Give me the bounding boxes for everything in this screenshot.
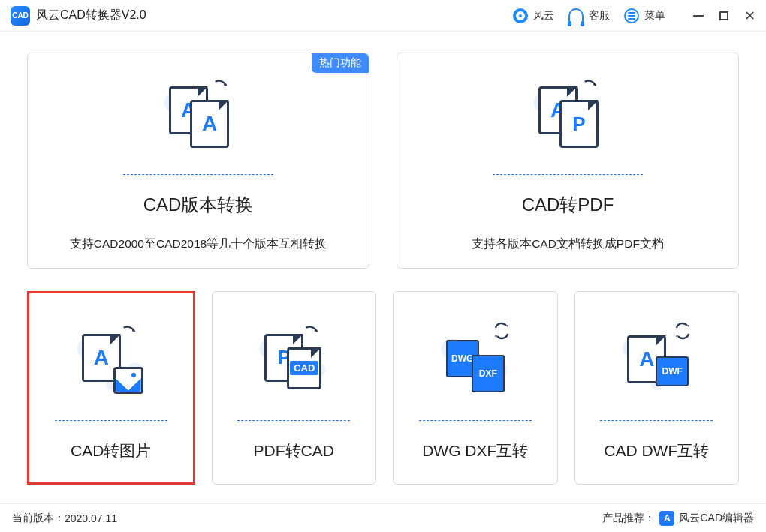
titlebar: CAD 风云CAD转换器V2.0 风云 客服 菜单 ✕ bbox=[0, 0, 766, 32]
card-title: CAD版本转换 bbox=[143, 193, 254, 217]
minimize-button[interactable] bbox=[692, 10, 704, 22]
cad-to-image-icon: A bbox=[77, 315, 145, 411]
app-logo: CAD bbox=[11, 6, 30, 26]
card-pdf-to-cad[interactable]: P CAD PDF转CAD bbox=[212, 291, 377, 485]
headset-icon bbox=[568, 8, 584, 24]
recommend-product[interactable]: 风云CAD编辑器 bbox=[679, 512, 754, 525]
main-area: 热门功能 A A CAD版本转换 支持CAD2000至CAD2018等几十个版本… bbox=[0, 32, 766, 485]
card-title: CAD转图片 bbox=[71, 440, 151, 461]
card-title: PDF转CAD bbox=[254, 440, 334, 461]
card-desc: 支持CAD2000至CAD2018等几十个版本互相转换 bbox=[70, 236, 327, 252]
dwg-dxf-icon: DWG DXF bbox=[442, 315, 509, 411]
pdf-to-cad-icon: P CAD bbox=[260, 315, 327, 411]
brand-label: 风云 bbox=[533, 9, 554, 23]
card-title: CAD转PDF bbox=[522, 193, 614, 217]
menu-button[interactable]: 菜单 bbox=[623, 8, 665, 24]
support-label: 客服 bbox=[589, 9, 610, 23]
menu-label: 菜单 bbox=[644, 9, 665, 23]
app-title: 风云CAD转换器V2.0 bbox=[36, 8, 146, 23]
statusbar: 当前版本： 2020.07.11 产品推荐： A 风云CAD编辑器 bbox=[0, 503, 766, 532]
recommend-logo-icon: A bbox=[659, 511, 674, 526]
card-title: DWG DXF互转 bbox=[422, 440, 528, 461]
brand-link[interactable]: 风云 bbox=[512, 8, 554, 24]
card-cad-to-pdf[interactable]: A P CAD转PDF 支持各版本CAD文档转换成PDF文档 bbox=[397, 53, 739, 269]
card-cad-version-convert[interactable]: 热门功能 A A CAD版本转换 支持CAD2000至CAD2018等几十个版本… bbox=[27, 53, 369, 269]
brand-icon bbox=[512, 8, 529, 24]
close-button[interactable]: ✕ bbox=[743, 10, 755, 22]
maximize-button[interactable] bbox=[718, 10, 730, 22]
recommend-label: 产品推荐： bbox=[602, 512, 655, 525]
hot-badge: 热门功能 bbox=[312, 53, 369, 73]
version-label: 当前版本： bbox=[12, 512, 65, 525]
card-dwg-dxf-swap[interactable]: DWG DXF DWG DXF互转 bbox=[393, 291, 558, 485]
menu-icon bbox=[623, 8, 640, 24]
support-link[interactable]: 客服 bbox=[568, 8, 610, 24]
cad-dwf-icon: A DWF bbox=[623, 315, 690, 411]
version-value: 2020.07.11 bbox=[65, 512, 117, 524]
card-cad-to-image[interactable]: A CAD转图片 bbox=[27, 291, 195, 485]
card-cad-dwf-swap[interactable]: A DWF CAD DWF互转 bbox=[574, 291, 740, 485]
cad-to-pdf-icon: A P bbox=[534, 69, 602, 165]
version-convert-icon: A A bbox=[164, 69, 232, 165]
card-title: CAD DWF互转 bbox=[604, 440, 709, 461]
card-desc: 支持各版本CAD文档转换成PDF文档 bbox=[472, 236, 664, 252]
